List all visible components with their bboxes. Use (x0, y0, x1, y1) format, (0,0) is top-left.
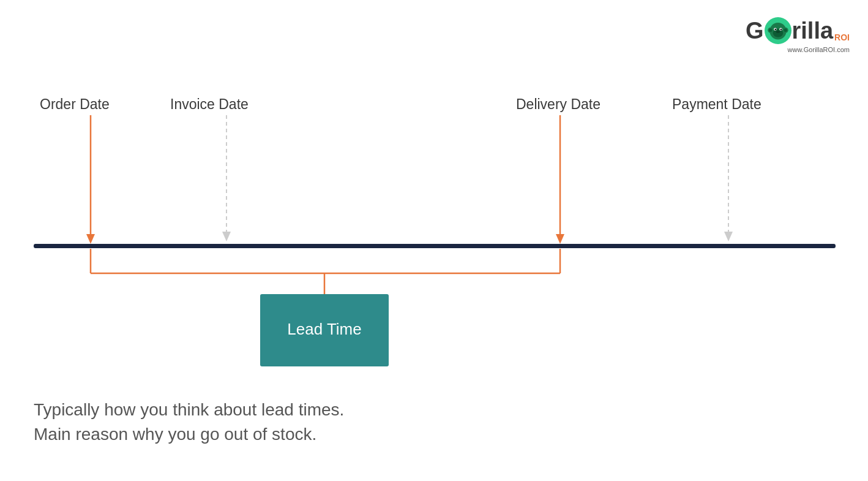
payment-date-label: Payment Date (672, 96, 761, 112)
diagram-svg: Order Date Invoice Date Delivery Date Pa… (0, 80, 868, 386)
logo-area: G rilla (746, 17, 850, 53)
svg-point-11 (776, 31, 777, 32)
logo: G rilla (746, 17, 850, 44)
logo-rilla-text: rilla (792, 19, 834, 42)
logo-roi-text: ROI (834, 33, 850, 42)
order-arrow-head (86, 234, 95, 244)
logo-g-letter: G (746, 19, 764, 42)
svg-point-12 (778, 31, 779, 32)
logo-url: www.GorillaROI.com (788, 46, 850, 53)
lead-time-label: Lead Time (287, 320, 361, 338)
gorilla-icon (765, 17, 791, 44)
timeline-bar (34, 244, 836, 248)
invoice-date-label: Invoice Date (170, 96, 249, 112)
delivery-arrow-head (556, 234, 564, 244)
footer-line1: Typically how you think about lead times… (34, 398, 344, 423)
footer-line2: Main reason why you go out of stock. (34, 422, 344, 447)
delivery-date-label: Delivery Date (516, 96, 600, 112)
footer-text: Typically how you think about lead times… (34, 398, 344, 447)
svg-point-8 (774, 29, 776, 31)
invoice-arrow-head (222, 232, 231, 241)
payment-arrow-head (724, 232, 733, 241)
svg-point-3 (769, 29, 772, 32)
svg-point-4 (784, 29, 787, 32)
svg-point-9 (780, 29, 782, 31)
order-date-label: Order Date (40, 96, 110, 112)
